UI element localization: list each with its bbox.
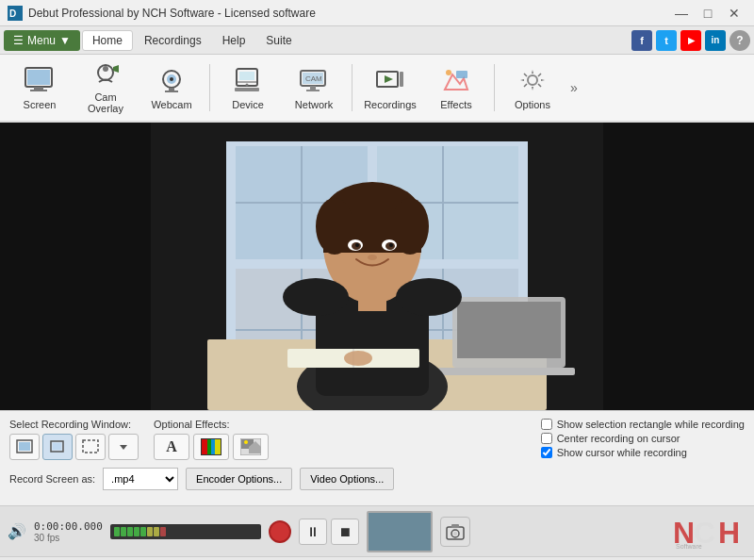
- svg-text:CAM: CAM: [305, 74, 322, 83]
- color-effect-btn[interactable]: [193, 434, 229, 460]
- show-cursor-input[interactable]: [541, 447, 552, 458]
- svg-rect-5: [27, 70, 50, 85]
- encoder-options-button[interactable]: Encoder Options...: [186, 468, 292, 490]
- toolbar-divider-1: [209, 64, 210, 111]
- format-select[interactable]: .mp4: [103, 468, 178, 490]
- window-title: Debut Professional by NCH Software - Lic…: [28, 7, 316, 20]
- toolbar-cam-overlay[interactable]: Cam Overlay: [74, 58, 138, 117]
- level-bar-5: [140, 527, 146, 536]
- svg-rect-75: [202, 439, 207, 454]
- stop-button[interactable]: ⏹: [331, 519, 359, 545]
- svg-rect-72: [83, 440, 98, 453]
- svg-rect-69: [19, 442, 30, 451]
- svg-rect-28: [456, 71, 467, 78]
- svg-point-55: [283, 278, 349, 316]
- menu-recordings[interactable]: Recordings: [135, 30, 211, 51]
- menu-label: Menu: [27, 34, 56, 47]
- close-button[interactable]: ✕: [722, 4, 746, 23]
- region-record-btn[interactable]: [75, 434, 106, 460]
- text-effect-btn[interactable]: A: [154, 434, 189, 460]
- status-bar: Debut Professional © NCH Software ◢: [0, 556, 754, 560]
- toolbar-screen[interactable]: Screen: [8, 58, 72, 117]
- record-as-label: Record Screen as:: [9, 473, 95, 485]
- play-pause-button[interactable]: ⏸: [299, 519, 327, 545]
- toolbar-network[interactable]: CAM Network: [282, 58, 346, 117]
- facebook-icon[interactable]: f: [631, 30, 652, 51]
- menu-home[interactable]: Home: [82, 30, 133, 51]
- menu-help[interactable]: Help: [213, 30, 255, 51]
- svg-point-7: [103, 66, 108, 72]
- twitter-icon[interactable]: t: [656, 30, 677, 51]
- cam-overlay-icon: [90, 61, 121, 88]
- record-dropdown-btn[interactable]: [108, 434, 139, 460]
- svg-point-63: [389, 243, 393, 247]
- toolbar-more-button[interactable]: »: [566, 76, 582, 99]
- watermark-effect-btn[interactable]: [233, 434, 269, 460]
- svg-text:Software: Software: [676, 543, 702, 550]
- svg-rect-17: [239, 72, 254, 80]
- center-on-cursor-input[interactable]: [541, 433, 552, 444]
- window-record-btn[interactable]: [42, 434, 73, 460]
- maximize-button[interactable]: □: [696, 4, 720, 23]
- minimize-button[interactable]: —: [669, 4, 694, 23]
- svg-rect-46: [457, 302, 561, 358]
- show-selection-rect-input[interactable]: [541, 419, 552, 430]
- effects-icon: [441, 65, 471, 95]
- toolbar-webcam[interactable]: Webcam: [139, 58, 204, 117]
- fps-display: 30 fps: [34, 533, 59, 543]
- video-options-button[interactable]: Video Options...: [300, 468, 394, 490]
- show-selection-rect-label: Show selection rectangle while recording: [557, 419, 745, 430]
- record-button[interactable]: [269, 520, 291, 543]
- toolbar-options[interactable]: Options: [500, 58, 565, 117]
- level-bar-1: [114, 527, 120, 536]
- options-icon: [517, 65, 548, 95]
- effects-label: Effects: [440, 99, 471, 110]
- svg-point-64: [368, 255, 377, 260]
- video-area: [0, 123, 754, 410]
- help-icon[interactable]: ?: [729, 30, 750, 51]
- playback-bar: 🔊 0:00:00.000 30 fps ⏸ ⏹ N C H S: [0, 505, 754, 556]
- checkboxes-area: Show selection rectangle while recording…: [541, 419, 745, 458]
- svg-point-82: [244, 440, 248, 444]
- fullscreen-record-btn[interactable]: [9, 434, 40, 460]
- select-recording-label: Select Recording Window:: [9, 419, 139, 430]
- playback-controls: ⏸ ⏹: [299, 519, 359, 545]
- window-controls: — □ ✕: [669, 4, 746, 23]
- menu-bar-left: ☰ Menu ▼ Home Recordings Help Suite: [4, 30, 302, 51]
- time-display: 0:00:00.000 30 fps: [34, 520, 103, 543]
- svg-point-27: [446, 70, 451, 75]
- webcam-label: Webcam: [151, 99, 191, 110]
- camera-snap-button[interactable]: [440, 517, 470, 547]
- youtube-icon[interactable]: ▶: [680, 30, 701, 51]
- menu-bar: ☰ Menu ▼ Home Recordings Help Suite f t …: [0, 26, 754, 55]
- toolbar-effects[interactable]: Effects: [424, 58, 488, 117]
- controls-area: Select Recording Window: Optional Effect…: [0, 410, 754, 505]
- nch-logo-svg: N C H Software: [671, 513, 746, 551]
- toolbar-device[interactable]: Device: [216, 58, 280, 117]
- nch-logo: N C H Software: [671, 513, 746, 551]
- effects-buttons: A: [154, 434, 269, 460]
- preview-inner: [369, 513, 431, 551]
- svg-point-11: [170, 77, 173, 81]
- svg-rect-54: [323, 215, 421, 253]
- webcam-icon: [156, 65, 187, 95]
- controls-row1: Select Recording Window: Optional Effect…: [9, 419, 745, 460]
- show-selection-rect-checkbox[interactable]: Show selection rectangle while recording: [541, 419, 745, 430]
- volume-icon[interactable]: 🔊: [8, 522, 26, 540]
- svg-point-16: [246, 84, 249, 87]
- linkedin-icon[interactable]: in: [705, 30, 726, 51]
- show-cursor-checkbox[interactable]: Show cursor while recording: [541, 447, 745, 458]
- menu-dropdown-button[interactable]: ☰ Menu ▼: [4, 30, 80, 51]
- svg-point-62: [355, 243, 359, 247]
- toolbar-recordings[interactable]: Recordings: [358, 58, 422, 117]
- svg-rect-71: [53, 443, 61, 450]
- svg-rect-57: [358, 292, 386, 311]
- svg-point-67: [344, 351, 372, 366]
- screen-icon: [25, 65, 55, 95]
- cam-overlay-label: Cam Overlay: [78, 91, 133, 114]
- center-on-cursor-checkbox[interactable]: Center recording on cursor: [541, 433, 745, 444]
- svg-rect-13: [165, 91, 178, 92]
- svg-rect-22: [306, 90, 320, 91]
- level-bar-2: [121, 527, 126, 536]
- menu-suite[interactable]: Suite: [256, 30, 301, 51]
